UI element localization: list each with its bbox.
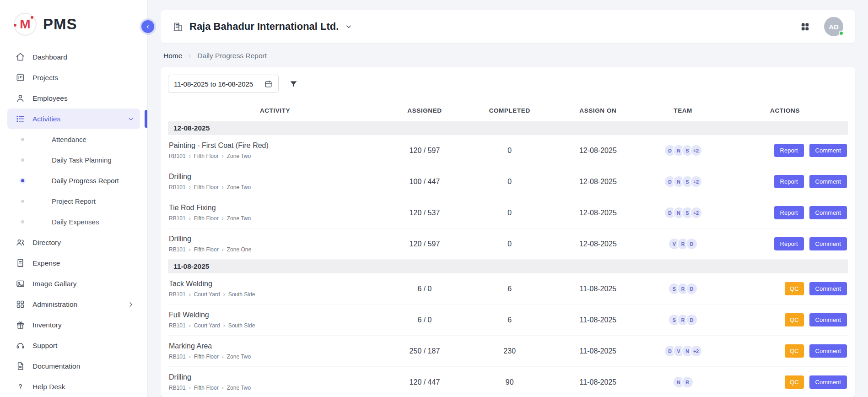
completed-value: 0 <box>467 209 552 217</box>
sidebar-subitem-label: Daily Expenses <box>52 218 99 226</box>
activity-name: Full Welding <box>169 311 377 319</box>
sidebar-subitem-daily-task-planning[interactable]: Daily Task Planning <box>7 150 140 170</box>
sidebar-item-activities[interactable]: Activities <box>7 109 140 129</box>
team-avatar: +2 <box>690 144 702 157</box>
breadcrumb-home[interactable]: Home <box>163 52 182 60</box>
activity-cell: Full WeldingRB101›Court Yard›South Side <box>168 308 382 332</box>
bullet-icon <box>21 179 24 182</box>
column-header-assign-on: ASSIGN ON <box>552 107 644 114</box>
sidebar-subitem-attendance[interactable]: Attendance <box>7 129 140 150</box>
row-actions: QCComment <box>722 282 848 295</box>
report-button[interactable]: Report <box>774 175 804 188</box>
chevron-right-icon: › <box>222 153 224 159</box>
sidebar-subitem-daily-expenses[interactable]: Daily Expenses <box>7 212 140 232</box>
sidebar-item-administration[interactable]: Administration <box>7 294 140 315</box>
sidebar-item-help-desk[interactable]: Help Desk <box>7 376 140 397</box>
sidebar-collapse-button[interactable]: ‹ <box>141 20 154 33</box>
filter-icon[interactable] <box>289 79 298 89</box>
gallery-icon <box>16 279 25 288</box>
avatar[interactable]: AD <box>824 17 843 36</box>
row-actions: ReportComment <box>722 144 848 157</box>
logo-text: PMS <box>43 16 77 33</box>
sidebar-item-image-gallary[interactable]: Image Gallary <box>7 273 140 294</box>
bullet-icon <box>21 220 24 223</box>
column-header-activity: ACTIVITY <box>168 107 382 114</box>
sidebar-subitem-label: Project Report <box>52 197 96 205</box>
comment-button[interactable]: Comment <box>809 206 847 219</box>
apps-grid-icon[interactable] <box>800 22 810 32</box>
assigned-value: 6 / 0 <box>382 316 467 324</box>
chevron-right-icon: › <box>222 184 224 190</box>
logo-icon: M <box>14 13 37 36</box>
qc-button[interactable]: QC <box>785 375 804 389</box>
assigned-value: 100 / 447 <box>382 178 467 186</box>
sidebar-item-projects[interactable]: Projects <box>7 67 140 88</box>
activity-path: RB101›Fifth Floor›Zone Two <box>169 353 377 360</box>
sidebar-subitem-project-report[interactable]: Project Report <box>7 191 140 212</box>
qc-button[interactable]: QC <box>785 344 804 358</box>
date-range-input[interactable]: 11-08-2025 to 16-08-2025 <box>168 75 279 93</box>
date-group-header: 11-08-2025 <box>168 260 848 273</box>
projects-icon <box>16 73 25 82</box>
sidebar-subitem-label: Daily Task Planning <box>52 156 112 164</box>
chevron-right-icon: › <box>189 353 191 360</box>
chevron-right-icon <box>187 53 193 59</box>
sidebar-subitem-daily-progress-report[interactable]: Daily Progress Report <box>7 170 140 191</box>
sidebar-subitem-label: Daily Progress Report <box>52 177 119 185</box>
sidebar-item-documentation[interactable]: Documentation <box>7 356 140 376</box>
sidebar-item-expense[interactable]: Expense <box>7 253 140 273</box>
building-icon <box>173 21 183 32</box>
row-actions: QCComment <box>722 344 848 358</box>
activity-path: RB101›Fifth Floor›Zone One <box>169 246 377 253</box>
sidebar-item-label: Expense <box>32 259 60 267</box>
activity-path: RB101›Fifth Floor›Zone Two <box>169 385 377 391</box>
team-avatars: DNS+2 <box>644 175 722 188</box>
comment-button[interactable]: Comment <box>809 175 847 188</box>
activity-name: Painting - First Coat (Fire Red) <box>169 141 377 150</box>
comment-button[interactable]: Comment <box>809 344 847 358</box>
sidebar-item-dashboard[interactable]: Dashboard <box>7 47 140 67</box>
chevron-right-icon: › <box>189 322 191 329</box>
column-header-team: TEAM <box>644 107 722 114</box>
activity-name: Tack Welding <box>169 280 377 288</box>
activity-path: RB101›Fifth Floor›Zone Two <box>169 215 377 222</box>
topbar-right: AD <box>800 17 843 36</box>
completed-value: 6 <box>467 285 552 293</box>
team-avatar: D <box>685 283 698 295</box>
comment-button[interactable]: Comment <box>809 375 847 389</box>
table-body: 12-08-2025Painting - First Coat (Fire Re… <box>168 121 848 397</box>
sidebar-item-employees[interactable]: Employees <box>7 88 140 109</box>
table-row: Full WeldingRB101›Court Yard›South Side6… <box>168 305 848 336</box>
completed-value: 6 <box>467 316 552 324</box>
calendar-icon <box>264 80 273 88</box>
team-avatar: D <box>685 314 698 326</box>
chevron-right-icon: › <box>222 353 224 360</box>
sidebar-item-support[interactable]: Support <box>7 335 140 356</box>
date-range-value: 11-08-2025 to 16-08-2025 <box>174 80 253 88</box>
assigned-value: 250 / 187 <box>382 347 467 355</box>
table-row: Tack WeldingRB101›Court Yard›South Side6… <box>168 273 848 305</box>
company-selector[interactable]: Raja Bahadur International Ltd. <box>173 21 353 33</box>
comment-button[interactable]: Comment <box>809 144 847 157</box>
team-avatars: DNS+2 <box>644 207 722 219</box>
chevron-right-icon: › <box>222 215 224 222</box>
assign-on-value: 11-08-2025 <box>552 316 644 324</box>
team-avatars: SRD <box>644 283 722 295</box>
chevron-right-icon: › <box>189 246 191 253</box>
comment-button[interactable]: Comment <box>809 282 847 295</box>
logo: M PMS <box>0 0 147 47</box>
sidebar-item-inventory[interactable]: Inventory <box>7 315 140 335</box>
comment-button[interactable]: Comment <box>809 237 847 250</box>
sidebar-item-directory[interactable]: Directory <box>7 232 140 253</box>
assigned-value: 120 / 597 <box>382 240 467 248</box>
qc-button[interactable]: QC <box>785 313 804 326</box>
comment-button[interactable]: Comment <box>809 313 847 326</box>
qc-button[interactable]: QC <box>785 282 804 295</box>
report-button[interactable]: Report <box>774 237 804 250</box>
report-button[interactable]: Report <box>774 144 804 157</box>
team-avatars: SRD <box>644 314 722 326</box>
assign-on-value: 11-08-2025 <box>552 285 644 293</box>
report-button[interactable]: Report <box>774 206 804 219</box>
report-card: 11-08-2025 to 16-08-2025 ACTIVITYASSIGNE… <box>161 67 855 397</box>
row-actions: ReportComment <box>722 237 848 250</box>
